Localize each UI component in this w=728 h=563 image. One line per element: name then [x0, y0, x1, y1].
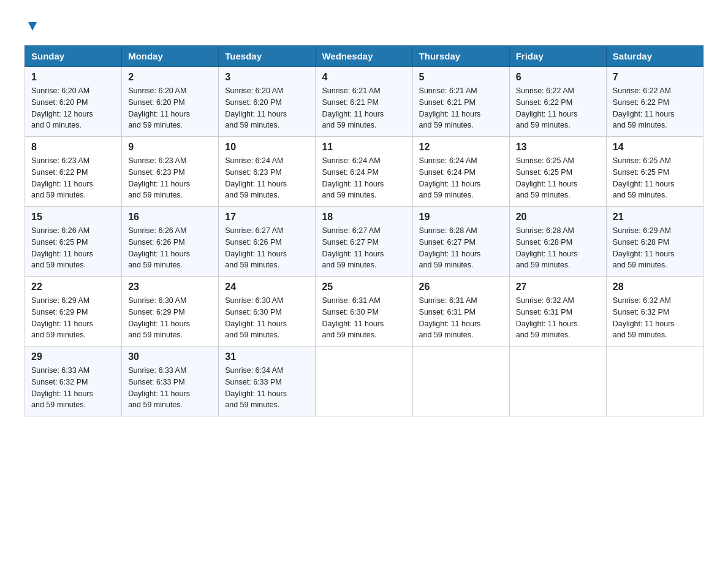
day-cell: 2Sunrise: 6:20 AMSunset: 6:20 PMDaylight… — [122, 67, 219, 137]
day-cell: 6Sunrise: 6:22 AMSunset: 6:22 PMDaylight… — [509, 67, 606, 137]
day-info: Sunrise: 6:20 AMSunset: 6:20 PMDaylight:… — [225, 85, 309, 131]
header-cell-wednesday: Wednesday — [316, 46, 412, 67]
day-info: Sunrise: 6:29 AMSunset: 6:28 PMDaylight:… — [613, 225, 697, 271]
day-info: Sunrise: 6:28 AMSunset: 6:28 PMDaylight:… — [516, 225, 600, 271]
day-cell: 11Sunrise: 6:24 AMSunset: 6:24 PMDayligh… — [316, 137, 412, 207]
day-cell: 12Sunrise: 6:24 AMSunset: 6:24 PMDayligh… — [412, 137, 509, 207]
day-info: Sunrise: 6:20 AMSunset: 6:20 PMDaylight:… — [128, 85, 212, 131]
day-info: Sunrise: 6:33 AMSunset: 6:33 PMDaylight:… — [128, 365, 212, 411]
day-number: 12 — [419, 142, 503, 153]
day-number: 13 — [516, 142, 600, 153]
logo-triangle-icon — [26, 20, 39, 33]
week-row-1: 1Sunrise: 6:20 AMSunset: 6:20 PMDaylight… — [25, 67, 703, 137]
day-number: 11 — [322, 142, 406, 153]
header-cell-thursday: Thursday — [412, 46, 509, 67]
day-number: 28 — [613, 282, 697, 293]
page-header — [25, 18, 703, 33]
day-cell: 19Sunrise: 6:28 AMSunset: 6:27 PMDayligh… — [412, 207, 509, 277]
day-info: Sunrise: 6:26 AMSunset: 6:25 PMDaylight:… — [31, 225, 115, 271]
day-number: 22 — [31, 282, 115, 293]
day-number: 8 — [31, 142, 115, 153]
day-number: 1 — [31, 72, 115, 83]
day-cell: 28Sunrise: 6:32 AMSunset: 6:32 PMDayligh… — [606, 277, 703, 347]
day-cell: 3Sunrise: 6:20 AMSunset: 6:20 PMDaylight… — [219, 67, 316, 137]
day-info: Sunrise: 6:21 AMSunset: 6:21 PMDaylight:… — [322, 85, 406, 131]
header-cell-sunday: Sunday — [25, 46, 122, 67]
day-cell: 16Sunrise: 6:26 AMSunset: 6:26 PMDayligh… — [122, 207, 219, 277]
day-info: Sunrise: 6:26 AMSunset: 6:26 PMDaylight:… — [128, 225, 212, 271]
day-cell: 10Sunrise: 6:24 AMSunset: 6:23 PMDayligh… — [219, 137, 316, 207]
day-number: 20 — [516, 212, 600, 223]
day-info: Sunrise: 6:29 AMSunset: 6:29 PMDaylight:… — [31, 295, 115, 341]
day-cell — [509, 347, 606, 416]
day-info: Sunrise: 6:31 AMSunset: 6:31 PMDaylight:… — [419, 295, 503, 341]
day-info: Sunrise: 6:30 AMSunset: 6:29 PMDaylight:… — [128, 295, 212, 341]
day-cell: 24Sunrise: 6:30 AMSunset: 6:30 PMDayligh… — [219, 277, 316, 347]
day-cell: 20Sunrise: 6:28 AMSunset: 6:28 PMDayligh… — [509, 207, 606, 277]
day-cell: 13Sunrise: 6:25 AMSunset: 6:25 PMDayligh… — [509, 137, 606, 207]
day-info: Sunrise: 6:27 AMSunset: 6:27 PMDaylight:… — [322, 225, 406, 271]
calendar-header: SundayMondayTuesdayWednesdayThursdayFrid… — [25, 46, 703, 67]
day-cell — [606, 347, 703, 416]
header-cell-tuesday: Tuesday — [219, 46, 316, 67]
day-info: Sunrise: 6:34 AMSunset: 6:33 PMDaylight:… — [225, 365, 309, 411]
day-cell: 9Sunrise: 6:23 AMSunset: 6:23 PMDaylight… — [122, 137, 219, 207]
day-info: Sunrise: 6:32 AMSunset: 6:32 PMDaylight:… — [613, 295, 697, 341]
header-cell-monday: Monday — [122, 46, 219, 67]
day-info: Sunrise: 6:25 AMSunset: 6:25 PMDaylight:… — [516, 155, 600, 201]
day-number: 5 — [419, 72, 503, 83]
day-cell: 8Sunrise: 6:23 AMSunset: 6:22 PMDaylight… — [25, 137, 122, 207]
day-info: Sunrise: 6:24 AMSunset: 6:24 PMDaylight:… — [419, 155, 503, 201]
day-number: 16 — [128, 212, 212, 223]
day-cell: 4Sunrise: 6:21 AMSunset: 6:21 PMDaylight… — [316, 67, 412, 137]
day-info: Sunrise: 6:23 AMSunset: 6:23 PMDaylight:… — [128, 155, 212, 201]
day-number: 27 — [516, 282, 600, 293]
day-number: 19 — [419, 212, 503, 223]
day-cell: 26Sunrise: 6:31 AMSunset: 6:31 PMDayligh… — [412, 277, 509, 347]
day-number: 26 — [419, 282, 503, 293]
week-row-4: 22Sunrise: 6:29 AMSunset: 6:29 PMDayligh… — [25, 277, 703, 347]
header-cell-friday: Friday — [509, 46, 606, 67]
day-number: 21 — [613, 212, 697, 223]
week-row-2: 8Sunrise: 6:23 AMSunset: 6:22 PMDaylight… — [25, 137, 703, 207]
day-cell: 1Sunrise: 6:20 AMSunset: 6:20 PMDaylight… — [25, 67, 122, 137]
day-cell: 22Sunrise: 6:29 AMSunset: 6:29 PMDayligh… — [25, 277, 122, 347]
day-info: Sunrise: 6:24 AMSunset: 6:24 PMDaylight:… — [322, 155, 406, 201]
day-number: 2 — [128, 72, 212, 83]
day-info: Sunrise: 6:30 AMSunset: 6:30 PMDaylight:… — [225, 295, 309, 341]
day-cell: 25Sunrise: 6:31 AMSunset: 6:30 PMDayligh… — [316, 277, 412, 347]
day-info: Sunrise: 6:28 AMSunset: 6:27 PMDaylight:… — [419, 225, 503, 271]
day-cell — [316, 347, 412, 416]
day-number: 15 — [31, 212, 115, 223]
day-number: 14 — [613, 142, 697, 153]
day-number: 4 — [322, 72, 406, 83]
day-number: 18 — [322, 212, 406, 223]
day-info: Sunrise: 6:27 AMSunset: 6:26 PMDaylight:… — [225, 225, 309, 271]
day-info: Sunrise: 6:22 AMSunset: 6:22 PMDaylight:… — [613, 85, 697, 131]
day-info: Sunrise: 6:33 AMSunset: 6:32 PMDaylight:… — [31, 365, 115, 411]
day-info: Sunrise: 6:22 AMSunset: 6:22 PMDaylight:… — [516, 85, 600, 131]
day-info: Sunrise: 6:25 AMSunset: 6:25 PMDaylight:… — [613, 155, 697, 201]
day-info: Sunrise: 6:21 AMSunset: 6:21 PMDaylight:… — [419, 85, 503, 131]
day-info: Sunrise: 6:24 AMSunset: 6:23 PMDaylight:… — [225, 155, 309, 201]
day-cell: 7Sunrise: 6:22 AMSunset: 6:22 PMDaylight… — [606, 67, 703, 137]
day-info: Sunrise: 6:32 AMSunset: 6:31 PMDaylight:… — [516, 295, 600, 341]
day-cell: 30Sunrise: 6:33 AMSunset: 6:33 PMDayligh… — [122, 347, 219, 416]
day-info: Sunrise: 6:31 AMSunset: 6:30 PMDaylight:… — [322, 295, 406, 341]
day-info: Sunrise: 6:20 AMSunset: 6:20 PMDaylight:… — [31, 85, 115, 131]
day-number: 7 — [613, 72, 697, 83]
day-number: 3 — [225, 72, 309, 83]
day-number: 10 — [225, 142, 309, 153]
week-row-5: 29Sunrise: 6:33 AMSunset: 6:32 PMDayligh… — [25, 347, 703, 416]
day-cell: 17Sunrise: 6:27 AMSunset: 6:26 PMDayligh… — [219, 207, 316, 277]
day-cell: 15Sunrise: 6:26 AMSunset: 6:25 PMDayligh… — [25, 207, 122, 277]
header-row: SundayMondayTuesdayWednesdayThursdayFrid… — [25, 46, 703, 67]
day-cell: 14Sunrise: 6:25 AMSunset: 6:25 PMDayligh… — [606, 137, 703, 207]
svg-marker-0 — [28, 22, 37, 31]
day-cell: 31Sunrise: 6:34 AMSunset: 6:33 PMDayligh… — [219, 347, 316, 416]
day-number: 25 — [322, 282, 406, 293]
week-row-3: 15Sunrise: 6:26 AMSunset: 6:25 PMDayligh… — [25, 207, 703, 277]
calendar-body: 1Sunrise: 6:20 AMSunset: 6:20 PMDaylight… — [25, 67, 703, 416]
day-cell: 27Sunrise: 6:32 AMSunset: 6:31 PMDayligh… — [509, 277, 606, 347]
day-number: 23 — [128, 282, 212, 293]
